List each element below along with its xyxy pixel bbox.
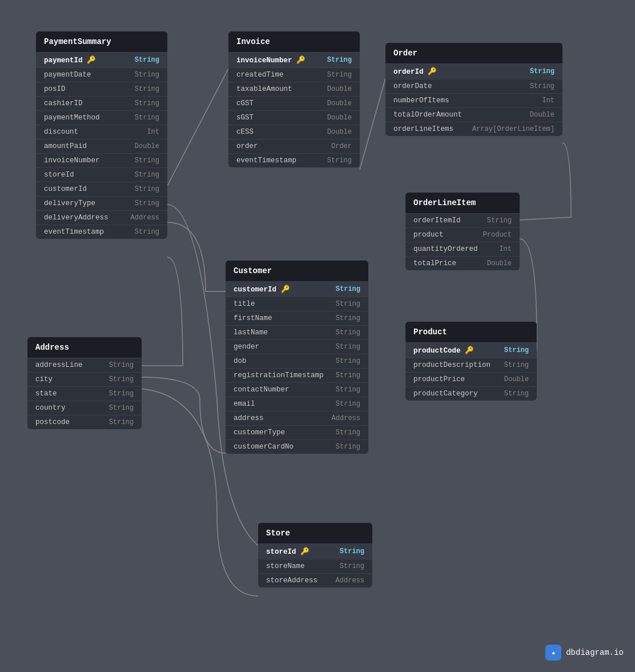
field-name: state xyxy=(35,390,57,398)
field-type: String xyxy=(135,157,159,165)
field-name: registrationTimestamp xyxy=(234,371,324,379)
field-type: Double xyxy=(327,114,352,122)
field-name: firstName xyxy=(234,314,272,322)
field-name: storeId xyxy=(44,171,74,179)
table-row: stateString xyxy=(27,386,142,401)
table-row: paymentDateString xyxy=(36,67,167,82)
field-name: customerId 🔑 xyxy=(234,285,290,294)
table-row: productCode 🔑String xyxy=(405,342,537,358)
field-type: Int xyxy=(499,245,512,253)
table-row: genderString xyxy=(226,339,368,354)
field-name: paymentMethod xyxy=(44,114,100,122)
table-row: addressAddress xyxy=(226,411,368,425)
field-type: Address xyxy=(131,214,159,222)
table-row: deliveryTypeString xyxy=(36,196,167,210)
table-header-customer: Customer xyxy=(226,261,368,281)
table-row: cGSTDouble xyxy=(228,96,360,110)
field-name: paymentId 🔑 xyxy=(44,55,96,65)
table-row: quantityOrderedInt xyxy=(405,242,520,256)
field-name: customerCardNo xyxy=(234,443,294,451)
field-type: String xyxy=(336,386,360,394)
table-row: storeId 🔑String xyxy=(258,543,372,559)
field-name: amountPaid xyxy=(44,142,87,150)
field-name: quantityOrdered xyxy=(413,245,478,253)
field-name: orderDate xyxy=(393,82,432,90)
table-row: taxableAmountDouble xyxy=(228,82,360,96)
table-row: customerCardNoString xyxy=(226,439,368,454)
field-name: paymentDate xyxy=(44,71,91,79)
field-name: numberOfItems xyxy=(393,97,449,105)
field-name: invoiceNumber xyxy=(44,157,100,165)
table-store: StorestoreId 🔑StringstoreNameStringstore… xyxy=(258,523,372,587)
field-type: Address xyxy=(336,577,364,585)
field-name: eventTimestamp xyxy=(236,157,296,165)
table-row: storeIdString xyxy=(36,167,167,182)
field-name: city xyxy=(35,375,53,383)
table-row: addressLineString xyxy=(27,358,142,372)
field-name: customerType xyxy=(234,429,285,437)
table-row: orderOrder xyxy=(228,139,360,153)
table-row: productCategoryString xyxy=(405,386,537,401)
field-type: String xyxy=(336,429,360,437)
table-row: eventTimestampString xyxy=(36,225,167,239)
field-name: cESS xyxy=(236,128,254,136)
table-row: dobString xyxy=(226,354,368,368)
field-type: String xyxy=(336,343,360,351)
field-name: productCategory xyxy=(413,390,478,398)
field-type: String xyxy=(135,85,159,93)
table-row: postcodeString xyxy=(27,415,142,429)
field-type: String xyxy=(135,56,159,64)
logo-area: ✦ dbdiagram.io xyxy=(545,645,624,661)
field-name: totalOrderAmount xyxy=(393,111,462,119)
table-row: cityString xyxy=(27,372,142,386)
table-invoice: InvoiceinvoiceNumber 🔑StringcreatedTimeS… xyxy=(228,31,360,167)
field-name: orderLineItems xyxy=(393,125,453,133)
table-order: OrderorderId 🔑StringorderDateStringnumbe… xyxy=(385,43,562,136)
table-row: productProduct xyxy=(405,227,520,242)
table-row: createdTimeString xyxy=(228,67,360,82)
table-row: cESSDouble xyxy=(228,125,360,139)
table-row: registrationTimestampString xyxy=(226,368,368,382)
field-type: String xyxy=(135,228,159,236)
field-type: String xyxy=(135,114,159,122)
field-name: dob xyxy=(234,357,247,365)
logo-icon: ✦ xyxy=(545,645,561,661)
field-name: sGST xyxy=(236,114,254,122)
table-row: invoiceNumber 🔑String xyxy=(228,52,360,67)
field-name: product xyxy=(413,231,444,239)
field-type: String xyxy=(109,375,134,383)
table-row: orderId 🔑String xyxy=(385,63,562,79)
table-header-address: Address xyxy=(27,337,142,358)
field-name: email xyxy=(234,400,255,408)
table-header-order: Order xyxy=(385,43,562,63)
field-type: String xyxy=(135,199,159,207)
field-type: Int xyxy=(542,97,554,105)
field-type: String xyxy=(336,300,360,308)
table-row: deliveryAddressAddress xyxy=(36,210,167,225)
field-type: Double xyxy=(487,259,512,267)
field-type: Double xyxy=(327,99,352,107)
field-type: Double xyxy=(530,111,554,119)
field-name: orderItemId xyxy=(413,217,461,225)
table-header-store: Store xyxy=(258,523,372,543)
field-type: Double xyxy=(327,128,352,136)
field-type: String xyxy=(109,404,134,412)
field-type: String xyxy=(336,285,360,293)
field-name: orderId 🔑 xyxy=(393,67,437,76)
field-name: title xyxy=(234,300,255,308)
field-type: String xyxy=(336,329,360,337)
field-type: Double xyxy=(135,142,159,150)
table-row: customerIdString xyxy=(36,182,167,196)
table-product: ProductproductCode 🔑StringproductDescrip… xyxy=(405,322,537,401)
field-type: String xyxy=(135,71,159,79)
table-address: AddressaddressLineStringcityStringstateS… xyxy=(27,337,142,429)
table-row: productDescriptionString xyxy=(405,358,537,372)
field-type: String xyxy=(340,547,364,555)
field-name: order xyxy=(236,142,258,150)
table-row: totalOrderAmountDouble xyxy=(385,107,562,122)
field-type: String xyxy=(336,443,360,451)
field-name: addressLine xyxy=(35,361,83,369)
field-name: productPrice xyxy=(413,375,465,383)
field-name: postcode xyxy=(35,418,70,426)
field-type: String xyxy=(327,71,352,79)
